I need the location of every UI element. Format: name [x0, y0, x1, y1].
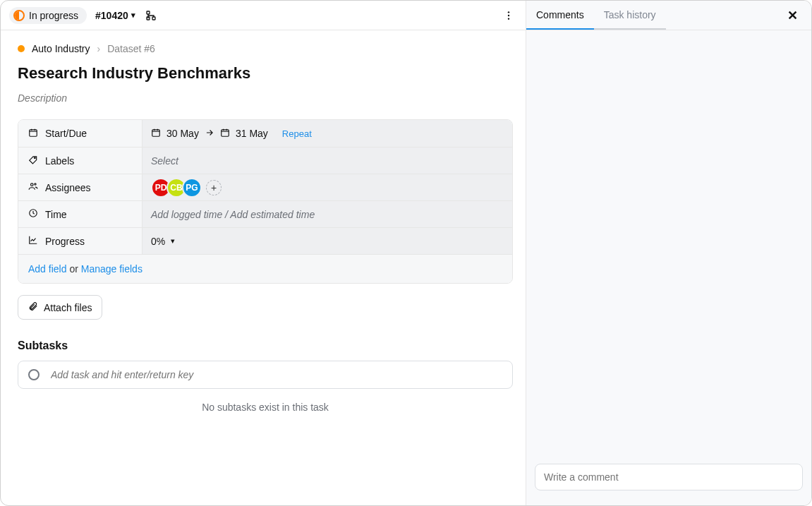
field-row-time: Time Add logged time / Add estimated tim… [18, 200, 512, 227]
manage-fields-link[interactable]: Manage fields [81, 263, 143, 275]
labels-placeholder: Select [151, 155, 178, 167]
field-value-labels[interactable]: Select [143, 147, 512, 174]
field-value-progress[interactable]: 0% ▾ [143, 228, 512, 254]
add-assignee-button[interactable]: + [206, 180, 222, 195]
field-label-labels-text: Labels [45, 155, 74, 167]
calendar-icon [28, 128, 38, 140]
subtasks-heading: Subtasks [18, 339, 509, 352]
chart-icon [28, 235, 38, 247]
hierarchy-icon [145, 10, 157, 21]
field-row-labels: Labels Select [18, 147, 512, 174]
field-label-dates: Start/Due [18, 120, 143, 147]
field-row-progress: Progress 0% ▾ [18, 227, 512, 254]
field-value-time[interactable]: Add logged time / Add estimated time [143, 201, 512, 227]
comments-feed [526, 30, 811, 457]
field-label-time-text: Time [45, 209, 67, 220]
svg-point-9 [34, 157, 35, 159]
field-label-progress: Progress [18, 228, 143, 254]
time-placeholder: Add logged time / Add estimated time [151, 209, 315, 220]
arrow-right-icon [205, 128, 214, 140]
tab-history-label: Task history [604, 9, 656, 20]
svg-rect-8 [222, 129, 229, 135]
field-label-dates-text: Start/Due [45, 128, 87, 139]
main-panel: In progress #10420 ▾ [1, 1, 526, 505]
field-label-assignees-text: Assignees [45, 182, 91, 193]
in-progress-icon [13, 10, 25, 21]
breadcrumb: Auto Industry › Dataset #6 [18, 43, 509, 54]
field-label-assignees: Assignees [18, 174, 143, 200]
svg-rect-1 [152, 17, 155, 20]
comments-sidebar: Comments Task history ✕ [526, 1, 811, 505]
breadcrumb-project[interactable]: Auto Industry [32, 43, 90, 54]
svg-rect-6 [30, 129, 37, 135]
sidebar-tabs: Comments Task history ✕ [526, 1, 811, 30]
svg-point-4 [508, 14, 509, 16]
attach-files-button[interactable]: Attach files [18, 295, 102, 320]
chevron-down-icon: ▾ [171, 236, 175, 246]
add-field-link[interactable]: Add field [28, 263, 66, 275]
comment-compose-area [526, 457, 811, 505]
avatar[interactable]: PG [182, 178, 202, 198]
status-label: In progress [29, 10, 78, 21]
circle-icon [28, 369, 40, 380]
attach-files-label: Attach files [44, 302, 92, 313]
field-row-dates: Start/Due 30 May 31 May [18, 120, 512, 147]
subtask-input-row[interactable] [18, 361, 513, 389]
project-color-dot [18, 45, 25, 52]
tab-comments[interactable]: Comments [526, 1, 594, 30]
chevron-right-icon: › [97, 43, 101, 54]
breadcrumb-item[interactable]: Dataset #6 [107, 43, 155, 54]
svg-rect-7 [152, 129, 160, 135]
svg-rect-0 [147, 11, 150, 14]
svg-point-11 [35, 183, 36, 185]
more-menu-button[interactable] [500, 7, 517, 24]
svg-point-10 [31, 183, 34, 186]
repeat-link[interactable]: Repeat [282, 128, 312, 139]
svg-point-3 [508, 11, 509, 13]
field-row-assignees: Assignees PD CB PG + [18, 174, 512, 200]
chevron-down-icon: ▾ [131, 11, 135, 20]
field-label-labels: Labels [18, 147, 143, 174]
top-bar: In progress #10420 ▾ [1, 1, 526, 30]
assignee-avatars: PD CB PG + [151, 178, 222, 198]
field-value-dates[interactable]: 30 May 31 May Repeat [143, 120, 512, 147]
tag-icon [28, 155, 38, 167]
close-icon: ✕ [787, 8, 798, 23]
status-pill[interactable]: In progress [9, 7, 87, 24]
task-id-label: #10420 [95, 10, 128, 21]
hierarchy-button[interactable] [144, 8, 158, 23]
calendar-icon [151, 128, 161, 140]
due-date-text: 31 May [236, 128, 268, 139]
tab-comments-label: Comments [536, 9, 584, 20]
tab-task-history[interactable]: Task history [594, 1, 666, 30]
start-date-text: 30 May [166, 128, 199, 139]
clock-icon [28, 208, 38, 220]
people-icon [28, 181, 38, 193]
field-label-progress-text: Progress [45, 236, 85, 247]
subtasks-empty-text: No subtasks exist in this task [18, 402, 513, 413]
more-vertical-icon [503, 10, 514, 21]
task-id-dropdown[interactable]: #10420 ▾ [95, 10, 135, 21]
svg-point-5 [508, 18, 509, 19]
field-label-time: Time [18, 201, 143, 227]
task-title[interactable]: Research Industry Benchmarks [18, 64, 509, 83]
paperclip-icon [28, 301, 38, 313]
close-sidebar-button[interactable]: ✕ [780, 1, 804, 30]
fields-footer: Add field or Manage fields [18, 254, 512, 283]
subtask-input[interactable] [49, 368, 502, 381]
calendar-icon [220, 128, 230, 140]
progress-value-text: 0% [151, 236, 165, 247]
fields-table: Start/Due 30 May 31 May [18, 119, 513, 284]
task-content: Auto Industry › Dataset #6 Research Indu… [1, 30, 526, 505]
description-input[interactable]: Description [18, 92, 509, 104]
fields-footer-sep: or [69, 263, 80, 275]
field-value-assignees: PD CB PG + [143, 174, 512, 200]
comment-input[interactable] [535, 464, 803, 490]
